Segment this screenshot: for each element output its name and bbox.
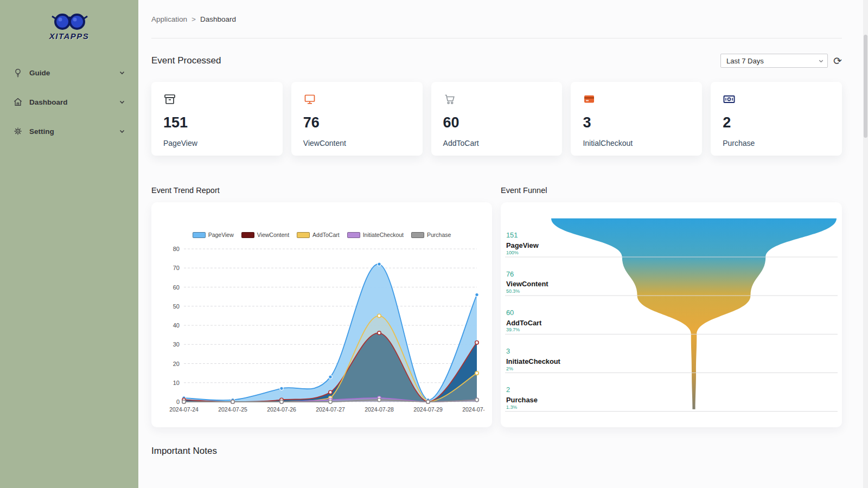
event-processed-header: Event Processed Last 7 Days ⟳ bbox=[151, 54, 842, 68]
gear-icon bbox=[13, 126, 23, 136]
app-logo: XITAPPS bbox=[10, 8, 129, 41]
legend-item[interactable]: InitiateCheckout bbox=[347, 232, 404, 238]
svg-text:70: 70 bbox=[173, 265, 180, 271]
stats-row: 151 PageView 76 ViewContent 60 AddToCart… bbox=[151, 82, 842, 156]
monitor-icon bbox=[303, 93, 316, 106]
legend-item[interactable]: AddToCart bbox=[297, 232, 340, 238]
date-range-value: Last 7 Days bbox=[726, 57, 764, 65]
svg-text:2: 2 bbox=[506, 386, 510, 394]
home-icon bbox=[13, 97, 23, 107]
sidebar: XITAPPS Guide Dashboard Setting bbox=[0, 0, 138, 488]
legend-swatch bbox=[347, 232, 360, 238]
sidebar-menu: Guide Dashboard Setting bbox=[10, 62, 129, 142]
trend-legend: PageViewViewContentAddToCartInitiateChec… bbox=[159, 232, 484, 238]
svg-text:10: 10 bbox=[173, 380, 180, 386]
legend-label: ViewContent bbox=[257, 232, 289, 238]
sidebar-item-setting[interactable]: Setting bbox=[13, 121, 125, 142]
svg-text:39.7%: 39.7% bbox=[506, 327, 520, 332]
svg-text:30: 30 bbox=[173, 341, 180, 348]
breadcrumb-application[interactable]: Application bbox=[151, 15, 187, 23]
sidebar-item-label: Setting bbox=[29, 127, 112, 136]
legend-item[interactable]: Purchase bbox=[411, 232, 451, 238]
sidebar-item-label: Guide bbox=[29, 69, 112, 77]
svg-text:2024-07-26: 2024-07-26 bbox=[267, 406, 296, 413]
legend-swatch bbox=[241, 232, 254, 238]
sidebar-item-label: Dashboard bbox=[29, 98, 112, 106]
logo-text: XITAPPS bbox=[10, 31, 129, 41]
legend-label: InitiateCheckout bbox=[363, 232, 404, 238]
breadcrumb-dashboard: Dashboard bbox=[200, 15, 236, 23]
stat-label: AddToCart bbox=[443, 139, 551, 147]
svg-text:40: 40 bbox=[173, 322, 180, 329]
chevron-down-icon bbox=[119, 128, 125, 134]
breadcrumb-row: Application > Dashboard bbox=[151, 0, 842, 38]
svg-text:50.3%: 50.3% bbox=[506, 288, 520, 294]
svg-text:60: 60 bbox=[173, 284, 180, 291]
stat-card-viewcontent: 76 ViewContent bbox=[291, 82, 423, 156]
stat-value: 2 bbox=[723, 114, 830, 131]
cart-icon bbox=[443, 93, 456, 106]
sidebar-item-dashboard[interactable]: Dashboard bbox=[13, 92, 125, 112]
funnel-chart-card: 151PageView100%76ViewContent50.3%60AddTo… bbox=[501, 202, 842, 427]
date-range-select[interactable]: Last 7 Days bbox=[720, 54, 828, 68]
legend-label: AddToCart bbox=[312, 232, 340, 238]
svg-text:AddToCart: AddToCart bbox=[506, 319, 542, 327]
funnel-chart-title: Event Funnel bbox=[501, 186, 842, 195]
credit-card-icon bbox=[583, 93, 596, 106]
svg-text:2024-07-28: 2024-07-28 bbox=[365, 406, 394, 413]
legend-swatch bbox=[297, 232, 310, 238]
svg-text:20: 20 bbox=[173, 361, 180, 367]
svg-text:100%: 100% bbox=[506, 250, 519, 255]
svg-text:60: 60 bbox=[506, 309, 514, 317]
svg-text:1.3%: 1.3% bbox=[506, 404, 517, 410]
trend-chart-card: PageViewViewContentAddToCartInitiateChec… bbox=[151, 202, 492, 427]
main-content: Application > Dashboard Event Processed … bbox=[138, 0, 868, 488]
archive-icon bbox=[163, 93, 176, 106]
stat-card-addtocart: 60 AddToCart bbox=[431, 82, 563, 156]
legend-label: PageView bbox=[208, 232, 234, 238]
legend-item[interactable]: ViewContent bbox=[241, 232, 289, 238]
legend-swatch bbox=[193, 232, 206, 238]
svg-text:0: 0 bbox=[176, 399, 180, 405]
scrollbar-track[interactable] bbox=[863, 0, 868, 488]
trend-chart-title: Event Trend Report bbox=[151, 186, 492, 195]
trend-chart[interactable]: 010203040506070802024-07-242024-07-25202… bbox=[159, 241, 484, 420]
svg-text:2024-07-24: 2024-07-24 bbox=[169, 406, 199, 413]
svg-text:2024-07-30: 2024-07-30 bbox=[462, 406, 484, 413]
stat-value: 3 bbox=[583, 114, 690, 131]
svg-text:PageView: PageView bbox=[506, 241, 539, 249]
stat-value: 76 bbox=[303, 114, 411, 131]
funnel-chart[interactable]: 151PageView100%76ViewContent50.3%60AddTo… bbox=[505, 209, 838, 419]
refresh-button[interactable]: ⟳ bbox=[833, 56, 842, 66]
legend-item[interactable]: PageView bbox=[193, 232, 234, 238]
stat-value: 151 bbox=[163, 114, 271, 131]
stat-label: PageView bbox=[163, 139, 271, 147]
legend-label: Purchase bbox=[427, 232, 451, 238]
chevron-down-icon bbox=[119, 99, 125, 105]
legend-swatch bbox=[411, 232, 424, 238]
charts-row: Event Trend Report PageViewViewContentAd… bbox=[151, 186, 842, 427]
svg-text:2024-07-27: 2024-07-27 bbox=[316, 406, 345, 413]
stat-label: ViewContent bbox=[303, 139, 411, 147]
svg-text:80: 80 bbox=[173, 246, 180, 252]
svg-text:ViewContent: ViewContent bbox=[506, 280, 548, 288]
glasses-logo-icon bbox=[50, 10, 89, 34]
chevron-down-icon bbox=[119, 69, 125, 76]
sidebar-item-guide[interactable]: Guide bbox=[13, 62, 125, 83]
svg-text:2024-07-29: 2024-07-29 bbox=[413, 406, 443, 413]
stat-card-purchase: 2 Purchase bbox=[711, 82, 842, 156]
stat-value: 60 bbox=[443, 114, 551, 131]
chevron-down-icon bbox=[818, 58, 824, 64]
svg-text:50: 50 bbox=[173, 303, 180, 310]
breadcrumb-separator: > bbox=[192, 15, 196, 23]
stat-card-initialcheckout: 3 InitialCheckout bbox=[571, 82, 702, 156]
lightbulb-icon bbox=[13, 68, 23, 78]
svg-text:151: 151 bbox=[506, 231, 518, 239]
stat-label: InitialCheckout bbox=[583, 139, 690, 147]
stat-label: Purchase bbox=[723, 139, 830, 147]
banknote-icon bbox=[723, 93, 736, 106]
scrollbar-thumb[interactable] bbox=[864, 35, 867, 138]
page-title: Event Processed bbox=[151, 55, 221, 66]
svg-text:InitiateCheckout: InitiateCheckout bbox=[506, 357, 561, 365]
notes-title: Important Notes bbox=[151, 446, 842, 457]
